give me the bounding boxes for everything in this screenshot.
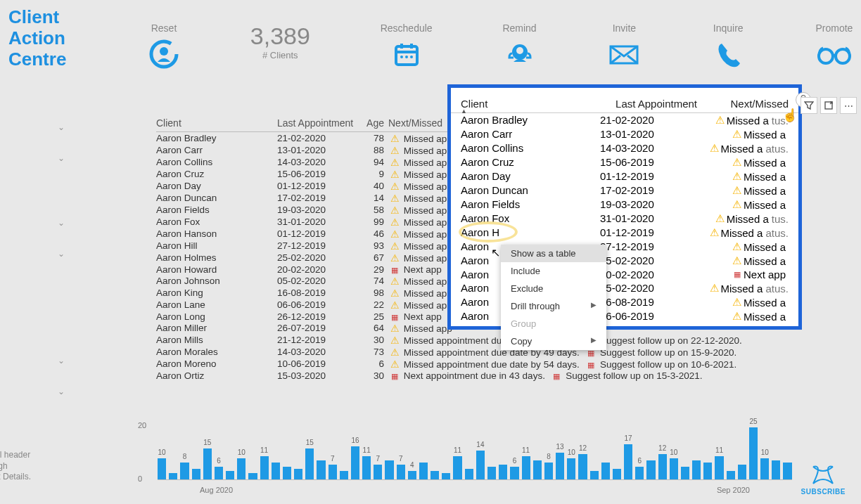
bar[interactable]: 12: [578, 454, 587, 479]
bar[interactable]: 11: [715, 456, 723, 479]
sidebar-row[interactable]: ⌄: [0, 143, 77, 173]
popup-row[interactable]: Aaron Bradley21-02-2020⚠ Missed a tus.: [461, 113, 789, 127]
bar[interactable]: 6: [215, 467, 223, 479]
bar[interactable]: [613, 469, 621, 479]
bar[interactable]: [385, 460, 393, 479]
context-menu-item[interactable]: Show as a table: [501, 245, 606, 262]
remind-action[interactable]: Remind: [502, 22, 536, 70]
context-menu-item[interactable]: Drill through▶: [501, 297, 606, 315]
popup-row[interactable]: Aaron Carr13-01-2020⚠ Missed a: [461, 127, 789, 141]
bar[interactable]: 11: [522, 456, 530, 479]
focus-mode-icon[interactable]: [820, 97, 837, 114]
bar[interactable]: [283, 467, 291, 479]
bar[interactable]: [738, 465, 746, 479]
bar[interactable]: [272, 463, 280, 479]
bar[interactable]: [248, 473, 257, 479]
bar[interactable]: 8: [544, 463, 553, 479]
bar[interactable]: [499, 465, 507, 479]
bar[interactable]: 7: [374, 465, 382, 479]
bar[interactable]: 12: [658, 454, 667, 479]
popup-col-last[interactable]: Last Appointment: [600, 98, 697, 110]
table-row[interactable]: Aaron Moreno10-06-20196⚠ Missed appointm…: [156, 358, 742, 370]
reset-action[interactable]: Reset: [148, 22, 180, 70]
promote-action[interactable]: Promote: [815, 22, 854, 70]
sidebar-row[interactable]: roup⌄: [0, 208, 77, 239]
bar[interactable]: 15: [203, 448, 212, 479]
bar[interactable]: 10: [760, 458, 769, 479]
warning-icon: ⚠: [731, 198, 744, 211]
bar[interactable]: 10: [567, 458, 575, 479]
bar[interactable]: [783, 463, 791, 479]
bar[interactable]: 7: [329, 465, 337, 479]
filter-icon[interactable]: [801, 97, 817, 114]
col-client-header[interactable]: Client: [156, 117, 277, 129]
bar[interactable]: 11: [453, 456, 461, 479]
bar[interactable]: 14: [476, 451, 485, 479]
bar[interactable]: [294, 469, 302, 479]
bar[interactable]: 6: [635, 467, 644, 479]
bar[interactable]: [487, 467, 496, 479]
bar[interactable]: 7: [397, 465, 405, 479]
popup-row[interactable]: Aaron Cruz15-06-2019⚠ Missed a: [461, 155, 789, 169]
bar[interactable]: [703, 463, 712, 479]
bar[interactable]: [590, 471, 599, 479]
bar[interactable]: [727, 471, 735, 479]
warning-icon: ⚠: [388, 181, 401, 192]
bar[interactable]: [465, 469, 473, 479]
bar[interactable]: [646, 460, 655, 479]
bar[interactable]: 10: [158, 458, 166, 479]
bar[interactable]: 11: [362, 456, 371, 479]
context-menu-item[interactable]: Copy▶: [501, 332, 606, 350]
bar[interactable]: 16: [351, 446, 359, 479]
context-menu[interactable]: Show as a tableIncludeExcludeDrill throu…: [501, 245, 606, 350]
popup-row[interactable]: Aaron H01-12-2019⚠ Missed a atus.: [461, 226, 789, 240]
bar[interactable]: 6: [510, 467, 518, 479]
context-menu-item[interactable]: Include: [501, 262, 606, 280]
sidebar-row[interactable]: up⌄: [0, 346, 77, 377]
bar[interactable]: [601, 463, 610, 479]
inquire-action[interactable]: Inquire: [712, 22, 744, 70]
bar[interactable]: [533, 460, 542, 479]
bar[interactable]: [192, 469, 200, 479]
sidebar-row[interactable]: ts⌄: [0, 112, 77, 143]
bar[interactable]: 25: [749, 427, 758, 479]
context-menu-item[interactable]: Exclude: [501, 280, 606, 297]
popup-row[interactable]: Aaron Day01-12-2019⚠ Missed a: [461, 169, 789, 183]
bar[interactable]: [226, 471, 234, 479]
reschedule-action[interactable]: Reschedule: [381, 22, 433, 70]
table-row[interactable]: Aaron Mills21-12-201930⚠ Missed appointm…: [156, 334, 742, 346]
bar[interactable]: [169, 473, 177, 479]
popup-col-next[interactable]: Next/Missed: [697, 98, 789, 110]
timeline-bar-chart[interactable]: 20 0 10815610111571611774111461181310121…: [138, 421, 792, 498]
bar[interactable]: 15: [305, 448, 314, 479]
bar[interactable]: 8: [180, 463, 189, 479]
bar[interactable]: [442, 473, 450, 479]
bar[interactable]: 10: [237, 458, 245, 479]
popup-row[interactable]: Aaron Collins14-03-2020⚠ Missed a atus.: [461, 141, 789, 155]
bar[interactable]: 11: [260, 456, 269, 479]
bar[interactable]: [772, 460, 780, 479]
subscribe-badge[interactable]: SUBSCRIBE: [801, 464, 846, 496]
bar[interactable]: 17: [624, 444, 632, 479]
invite-action[interactable]: Invite: [606, 22, 642, 70]
bar[interactable]: [419, 463, 428, 479]
more-options-icon[interactable]: ⋯: [840, 97, 857, 114]
sidebar-row[interactable]: ⌄: [0, 239, 77, 269]
popup-row[interactable]: Aaron Fields19-03-2020⚠ Missed a: [461, 198, 789, 212]
bar[interactable]: [340, 471, 348, 479]
bar[interactable]: [431, 471, 439, 479]
bar[interactable]: 13: [556, 453, 564, 479]
popup-col-client[interactable]: Client: [461, 98, 600, 110]
bar[interactable]: [681, 467, 689, 479]
popup-row[interactable]: Aaron Fox31-01-2020⚠ Missed a tus.: [461, 212, 789, 226]
col-age-header[interactable]: Age: [362, 117, 388, 129]
bar[interactable]: 4: [408, 471, 416, 479]
col-last-header[interactable]: Last Appointment: [277, 117, 362, 129]
popup-row[interactable]: Aaron Duncan17-02-2019⚠ Missed a: [461, 183, 789, 198]
table-row[interactable]: Aaron Ortiz15-03-202030▦ Next appointmen…: [156, 370, 742, 381]
table-row[interactable]: Aaron Morales14-03-202073⚠ Missed appoin…: [156, 346, 742, 358]
bar[interactable]: [317, 460, 325, 479]
bar[interactable]: 10: [670, 458, 678, 479]
sidebar-row[interactable]: ⌄: [0, 377, 77, 406]
bar[interactable]: [692, 460, 701, 479]
